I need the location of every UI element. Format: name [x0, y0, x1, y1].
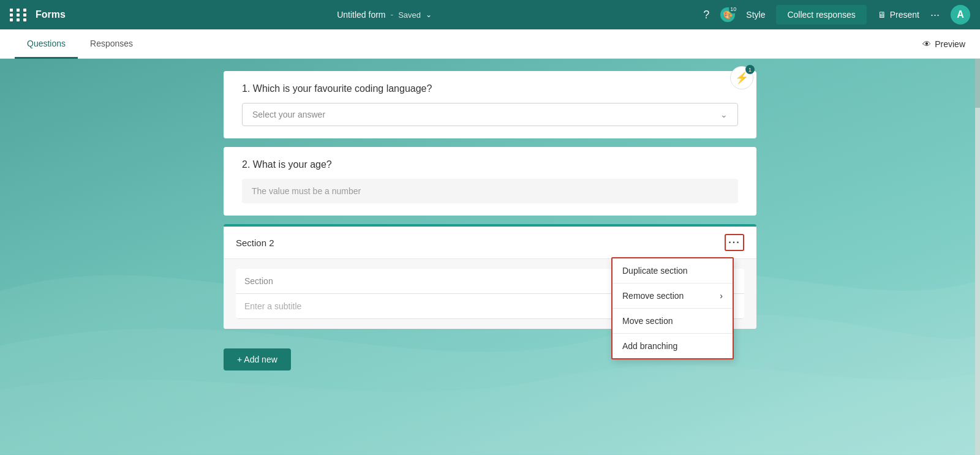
saved-status: Saved — [398, 10, 421, 20]
section-2-label: Section 2 — [236, 238, 274, 248]
context-menu: Duplicate section Remove section › Move … — [611, 257, 734, 359]
question-2-text: 2. What is your age? — [242, 159, 738, 170]
scrollbar-thumb[interactable] — [975, 59, 980, 108]
separator: - — [391, 10, 394, 20]
section-2-header: Section 2 ··· — [224, 227, 756, 259]
title-chevron-icon[interactable]: ⌄ — [426, 10, 432, 19]
help-button[interactable]: ? — [703, 9, 709, 21]
add-new-button[interactable]: + Add new — [224, 348, 291, 370]
eye-icon: 👁 — [922, 39, 931, 49]
section-more-button[interactable]: ··· — [725, 234, 744, 251]
menu-item-branching[interactable]: Add branching — [612, 334, 733, 358]
question-2-card: 2. What is your age? The value must be a… — [224, 147, 756, 216]
tabbar: Questions Responses 👁 Preview — [0, 29, 980, 59]
chevron-right-icon: › — [720, 291, 723, 301]
main-content: 1. Which is your favourite coding langua… — [0, 59, 980, 455]
age-number-input[interactable]: The value must be a number — [242, 179, 738, 203]
present-button[interactable]: 🖥 Present — [878, 10, 919, 20]
select-answer-placeholder: Select your answer — [252, 110, 325, 119]
notification-badge: 10 — [729, 5, 737, 13]
app-grid-icon[interactable] — [10, 9, 28, 21]
scrollbar[interactable] — [975, 59, 980, 455]
question-1-card: 1. Which is your favourite coding langua… — [224, 71, 756, 138]
collect-responses-button[interactable]: Collect responses — [776, 5, 866, 24]
style-button[interactable]: Style — [746, 10, 765, 20]
monitor-icon: 🖥 — [878, 10, 886, 20]
tab-questions[interactable]: Questions — [15, 30, 78, 59]
avatar[interactable]: A — [951, 5, 970, 24]
notif-count: 1 — [745, 65, 755, 74]
menu-item-remove[interactable]: Remove section › — [612, 284, 733, 308]
tab-responses[interactable]: Responses — [78, 30, 145, 59]
lightning-badge[interactable]: ⚡ 1 — [730, 66, 753, 89]
menu-item-duplicate[interactable]: Duplicate section — [612, 258, 733, 283]
app-title: Forms — [36, 9, 66, 20]
form-title: Untitled form — [337, 10, 385, 20]
question-1-text: 1. Which is your favourite coding langua… — [242, 83, 738, 94]
tab-list: Questions Responses — [15, 29, 145, 58]
dropdown-chevron-icon: ⌄ — [720, 110, 728, 119]
select-answer-dropdown[interactable]: Select your answer ⌄ — [242, 103, 738, 126]
notification-badge-area: ⚡ 1 — [730, 66, 753, 89]
preview-button[interactable]: 👁 Preview — [922, 39, 965, 49]
style-notification-icon[interactable]: 🎨 10 — [720, 7, 735, 22]
menu-item-move[interactable]: Move section — [612, 309, 733, 333]
topbar: Forms Untitled form - Saved ⌄ ? 🎨 10 Sty… — [0, 0, 980, 29]
topbar-more-button[interactable]: ··· — [930, 9, 940, 21]
